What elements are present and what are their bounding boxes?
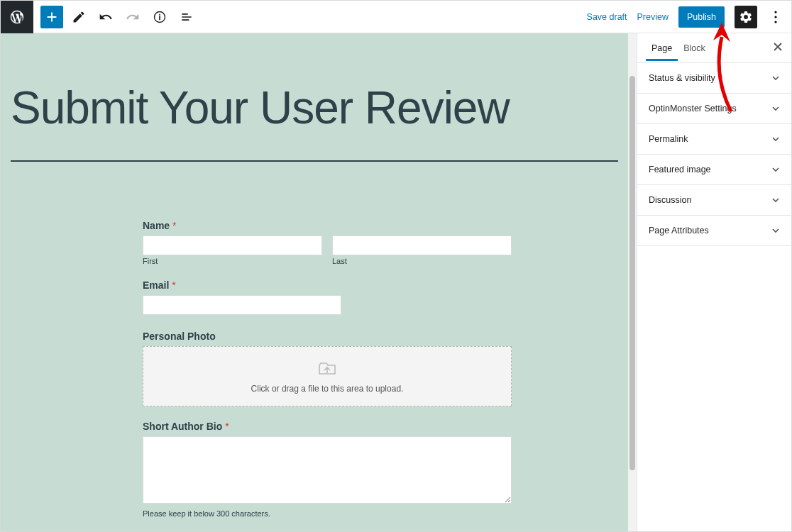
required-mark: * bbox=[172, 220, 176, 231]
page-title[interactable]: Submit Your User Review bbox=[1, 33, 628, 160]
panel-page-attributes[interactable]: Page Attributes bbox=[637, 216, 791, 246]
settings-button[interactable] bbox=[735, 6, 757, 28]
required-mark: * bbox=[172, 279, 175, 291]
last-sub-label: Last bbox=[332, 257, 512, 265]
outline-button[interactable] bbox=[175, 6, 198, 28]
upload-icon bbox=[318, 360, 336, 375]
wordpress-logo[interactable] bbox=[1, 1, 33, 33]
preview-button[interactable]: Preview bbox=[637, 12, 669, 22]
top-toolbar: Save draft Preview Publish bbox=[1, 1, 791, 33]
separator bbox=[11, 160, 618, 162]
tab-block[interactable]: Block bbox=[678, 35, 711, 61]
svg-point-2 bbox=[774, 21, 776, 23]
info-button[interactable] bbox=[148, 6, 171, 28]
panel-discussion[interactable]: Discussion bbox=[637, 185, 791, 216]
close-icon bbox=[773, 42, 783, 52]
redo-icon bbox=[126, 10, 140, 24]
undo-button[interactable] bbox=[94, 6, 117, 28]
email-label: Email * bbox=[143, 279, 512, 291]
edit-button[interactable] bbox=[67, 6, 90, 28]
bio-help-text: Please keep it below 300 characters. bbox=[143, 509, 512, 518]
chevron-down-icon bbox=[771, 104, 780, 113]
gear-icon bbox=[739, 10, 753, 24]
add-block-button[interactable] bbox=[40, 6, 63, 28]
svg-point-0 bbox=[774, 11, 776, 13]
chevron-down-icon bbox=[771, 226, 780, 235]
tab-page[interactable]: Page bbox=[646, 35, 678, 61]
info-icon bbox=[153, 10, 167, 24]
chevron-down-icon bbox=[771, 74, 780, 82]
pencil-icon bbox=[72, 10, 86, 24]
wordpress-icon bbox=[9, 9, 25, 25]
form-block: Name * First Last Email bbox=[143, 220, 512, 518]
file-upload-area[interactable]: Click or drag a file to this area to upl… bbox=[143, 346, 512, 406]
scrollbar-track[interactable] bbox=[628, 33, 637, 531]
outline-icon bbox=[180, 10, 194, 24]
scrollbar-thumb[interactable] bbox=[628, 74, 637, 472]
email-input[interactable] bbox=[143, 295, 341, 315]
undo-icon bbox=[99, 10, 113, 24]
first-sub-label: First bbox=[143, 257, 322, 265]
close-sidebar-button[interactable] bbox=[773, 42, 783, 55]
plus-icon bbox=[44, 9, 60, 25]
redo-button[interactable] bbox=[121, 6, 144, 28]
bio-label: Short Author Bio * bbox=[143, 421, 512, 432]
ellipsis-vertical-icon bbox=[774, 11, 777, 23]
chevron-down-icon bbox=[771, 196, 780, 204]
more-options-button[interactable] bbox=[767, 11, 784, 23]
panel-status-visibility[interactable]: Status & visibility bbox=[637, 63, 791, 94]
chevron-down-icon bbox=[771, 135, 780, 143]
panel-optinmonster[interactable]: OptinMonster Settings bbox=[637, 94, 791, 124]
chevron-down-icon bbox=[771, 165, 780, 174]
publish-button[interactable]: Publish bbox=[678, 6, 725, 28]
sidebar-tabs: Page Block bbox=[637, 33, 791, 63]
svg-point-1 bbox=[774, 16, 776, 18]
first-name-input[interactable] bbox=[143, 235, 322, 255]
save-draft-button[interactable]: Save draft bbox=[587, 12, 627, 22]
name-label: Name * bbox=[143, 220, 512, 231]
panel-featured-image[interactable]: Featured image bbox=[637, 155, 791, 185]
required-mark: * bbox=[225, 421, 229, 432]
photo-label: Personal Photo bbox=[143, 331, 512, 342]
upload-text: Click or drag a file to this area to upl… bbox=[251, 384, 404, 394]
editor-canvas[interactable]: Submit Your User Review Name * First Las… bbox=[1, 33, 637, 531]
last-name-input[interactable] bbox=[332, 235, 512, 255]
bio-textarea[interactable] bbox=[143, 436, 512, 504]
panel-permalink[interactable]: Permalink bbox=[637, 124, 791, 155]
settings-sidebar: Page Block Status & visibility OptinMons… bbox=[637, 33, 791, 531]
